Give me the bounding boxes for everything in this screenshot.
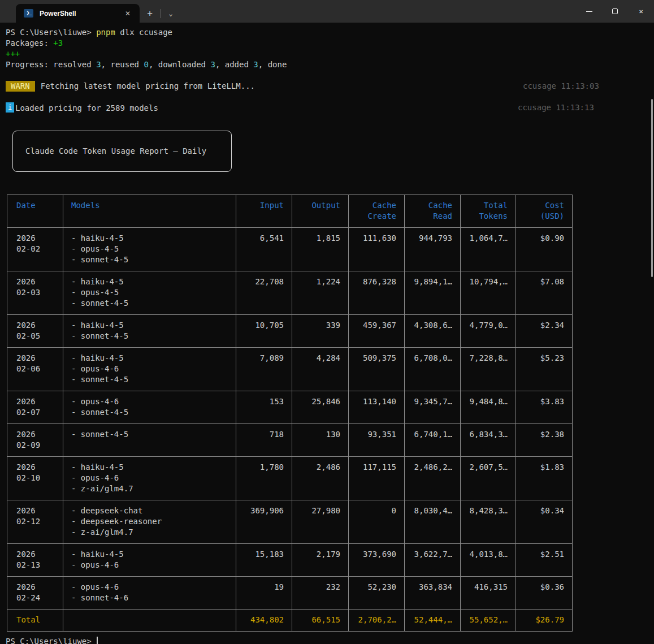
progress-line: Progress: resolved 3, reused 0, download… [6, 59, 654, 70]
date-cell: 202602-10 [7, 457, 63, 500]
total-tokens-cell: 6,834,3… [461, 424, 516, 457]
maximize-icon [612, 8, 618, 14]
column-header-cache-read: CacheRead [405, 195, 461, 228]
total-cost: $26.79 [516, 610, 573, 632]
date-cell: 202602-06 [7, 348, 63, 391]
warn-message: Fetching latest model pricing from LiteL… [41, 81, 255, 90]
cost-cell: $3.83 [516, 391, 573, 424]
scrollbar[interactable] [651, 99, 653, 277]
date-cell: 202602-03 [7, 271, 63, 315]
cost-cell: $7.08 [516, 271, 573, 315]
new-tab-button[interactable]: + [140, 4, 160, 23]
report-title: Claude Code Token Usage Report — Daily [25, 146, 206, 157]
total-cache-create: 2,706,2… [349, 610, 405, 632]
table-row: 202602-05 - haiku-4-5- sonnet-4-5 10,705… [7, 315, 573, 348]
date-cell: 202602-07 [7, 391, 63, 424]
tab-close-icon[interactable]: ✕ [123, 8, 133, 19]
cache-read-cell: 9,345,7… [405, 391, 461, 424]
total-output: 66,515 [292, 610, 349, 632]
input-cell: 15,183 [236, 544, 292, 577]
cache-create-cell: 117,115 [349, 457, 405, 500]
minimize-icon [586, 11, 592, 12]
output-cell: 130 [292, 424, 349, 457]
blank-line [6, 70, 654, 81]
footer-prompt-line[interactable]: PS C:\Users\liuwe> [6, 636, 654, 644]
column-header-total-tokens: TotalTokens [461, 195, 516, 228]
total-tokens-cell: 9,484,8… [461, 391, 516, 424]
window-controls: ✕ [576, 0, 654, 23]
total-models-cell [63, 610, 236, 632]
input-cell: 6,541 [236, 228, 292, 271]
total-cache-read: 52,444,… [405, 610, 461, 632]
column-header-cache-create: CacheCreate [349, 195, 405, 228]
terminal-content[interactable]: PS C:\Users\liuwe> pnpm dlx ccusage Pack… [0, 23, 654, 644]
plus-line: +++ [6, 49, 654, 59]
date-cell: 202602-12 [7, 500, 63, 544]
info-source-timestamp: ccusage 11:13:13 [518, 102, 594, 113]
cache-read-cell: 2,486,2… [405, 457, 461, 500]
packages-count: +3 [53, 38, 63, 47]
table-row: 202602-03 - haiku-4-5- opus-4-5- sonnet-… [7, 271, 573, 315]
maximize-button[interactable] [602, 0, 628, 23]
table-row: 202602-12 - deepseek-chat- deepseek-reas… [7, 500, 573, 544]
column-header-cost: Cost(USD) [516, 195, 573, 228]
cost-cell: $0.90 [516, 228, 573, 271]
table-row: 202602-09 - sonnet-4-5 718 130 93,351 6,… [7, 424, 573, 457]
models-cell: - haiku-4-5- opus-4-6 [63, 544, 236, 577]
total-row: Total 434,802 66,515 2,706,2… 52,444,… 5… [7, 610, 573, 632]
usage-table: Date Models Input Output CacheCreate Cac… [7, 195, 573, 632]
table-row: 202602-02 - haiku-4-5- opus-4-5- sonnet-… [7, 228, 573, 271]
command-text: pnpm [96, 28, 115, 37]
table-row: 202602-07 - opus-4-6- sonnet-4-5 153 25,… [7, 391, 573, 424]
input-cell: 1,780 [236, 457, 292, 500]
output-cell: 339 [292, 315, 349, 348]
date-cell: 202602-09 [7, 424, 63, 457]
warn-line: WARNFetching latest model pricing from L… [6, 81, 654, 92]
output-cell: 2,486 [292, 457, 349, 500]
models-cell: - sonnet-4-5 [63, 424, 236, 457]
minimize-button[interactable] [576, 0, 602, 23]
total-tokens-cell: 2,607,5… [461, 457, 516, 500]
models-cell: - haiku-4-5- opus-4-6- sonnet-4-5 [63, 348, 236, 391]
tab-powershell[interactable]: ❯_PowerShell✕ [16, 4, 140, 23]
total-tokens-cell: 8,428,3… [461, 500, 516, 544]
cache-read-cell: 6,740,1… [405, 424, 461, 457]
output-cell: 1,815 [292, 228, 349, 271]
cost-cell: $2.34 [516, 315, 573, 348]
cache-create-cell: 52,230 [349, 577, 405, 610]
total-tokens-cell: 10,794,… [461, 271, 516, 315]
input-cell: 10,705 [236, 315, 292, 348]
cache-read-cell: 3,622,7… [405, 544, 461, 577]
cache-read-cell: 363,834 [405, 577, 461, 610]
input-cell: 369,906 [236, 500, 292, 544]
cache-create-cell: 876,328 [349, 271, 405, 315]
cache-read-cell: 9,894,1… [405, 271, 461, 315]
cache-read-cell: 8,030,4… [405, 500, 461, 544]
plus-icon: + [147, 8, 153, 19]
table-header-row: Date Models Input Output CacheCreate Cac… [7, 195, 573, 228]
close-icon: ✕ [639, 7, 643, 15]
input-cell: 19 [236, 577, 292, 610]
input-cell: 153 [236, 391, 292, 424]
output-cell: 27,980 [292, 500, 349, 544]
input-cell: 22,708 [236, 271, 292, 315]
table-row: 202602-06 - haiku-4-5- opus-4-6- sonnet-… [7, 348, 573, 391]
input-cell: 718 [236, 424, 292, 457]
models-cell: - haiku-4-5- opus-4-5- sonnet-4-5 [63, 228, 236, 271]
date-cell: 202602-02 [7, 228, 63, 271]
close-button[interactable]: ✕ [628, 0, 654, 23]
info-badge: i [6, 102, 14, 113]
total-label: Total [7, 610, 63, 632]
models-cell: - haiku-4-5- sonnet-4-5 [63, 315, 236, 348]
tab-dropdown-button[interactable]: ⌄ [161, 4, 181, 23]
cost-cell: $2.51 [516, 544, 573, 577]
output-cell: 2,179 [292, 544, 349, 577]
total-tokens-cell: 7,228,8… [461, 348, 516, 391]
models-cell: - haiku-4-5- opus-4-5- sonnet-4-5 [63, 271, 236, 315]
column-header-models: Models [63, 195, 236, 228]
column-header-output: Output [292, 195, 349, 228]
cache-read-cell: 6,708,0… [405, 348, 461, 391]
table-row: 202602-10 - haiku-4-5- opus-4-6- z-ai/gl… [7, 457, 573, 500]
column-header-input: Input [236, 195, 292, 228]
cache-create-cell: 93,351 [349, 424, 405, 457]
